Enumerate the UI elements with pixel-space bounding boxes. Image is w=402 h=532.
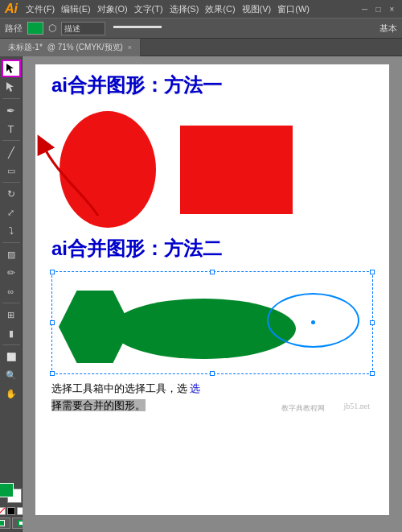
- handle-top-left: [50, 270, 55, 274]
- gradient-tool[interactable]: ▨: [2, 245, 21, 263]
- heading-2: ai合并图形：方法二: [51, 236, 373, 262]
- toolbox: ✒ T ╱ ▭ ↻ ⤢ ⤵ ▨ ✏ ∞ ⊞ ▮ ⬜ 🔍 ✋: [0, 56, 23, 532]
- menu-effect[interactable]: 效果(C): [205, 3, 235, 15]
- bottom-text-line1: 选择工具箱中的选择工具，选: [51, 382, 187, 394]
- menu-bar[interactable]: 文件(F) 编辑(E) 对象(O) 文字(T) 选择(S) 效果(C) 视图(V…: [26, 3, 310, 15]
- mini-color-swatches: [0, 507, 25, 515]
- red-ellipse: [59, 111, 156, 228]
- rotate-tool[interactable]: ↻: [2, 185, 21, 203]
- svg-marker-0: [6, 64, 14, 73]
- tool-separator-5: [2, 303, 20, 303]
- main-area: ✒ T ╱ ▭ ↻ ⤢ ⤵ ▨ ✏ ∞ ⊞ ▮ ⬜ 🔍 ✋: [0, 56, 402, 532]
- color-swatch[interactable]: [27, 22, 43, 35]
- menu-text[interactable]: 文字(T): [134, 3, 163, 15]
- document-tab[interactable]: 未标题-1* @ 71% (CMYK/预览) ×: [0, 39, 141, 56]
- pen-tool[interactable]: ✒: [2, 101, 21, 119]
- menu-object[interactable]: 对象(O): [97, 3, 128, 15]
- tab-close-button[interactable]: ×: [128, 43, 132, 52]
- title-bar: Ai 文件(F) 编辑(E) 对象(O) 文字(T) 选择(S) 效果(C) 视…: [0, 0, 402, 18]
- eyedropper-tool[interactable]: ✏: [2, 264, 21, 282]
- close-button[interactable]: ×: [387, 4, 397, 14]
- heading-1: ai合并图形：方法一: [51, 72, 373, 98]
- line-tool[interactable]: ╱: [2, 143, 21, 161]
- tool-separator-3: [2, 182, 20, 183]
- none-swatch[interactable]: [0, 507, 6, 515]
- handle-middle-left: [50, 320, 55, 325]
- menu-view[interactable]: 视图(V): [242, 3, 272, 15]
- menu-window[interactable]: 窗口(W): [277, 3, 310, 15]
- bottom-text-blue: 选: [190, 382, 200, 394]
- fill-mode-btn[interactable]: [0, 518, 10, 529]
- handle-top-middle: [210, 270, 215, 274]
- select-tool[interactable]: [2, 60, 21, 77]
- window-controls[interactable]: ─ □ ×: [359, 4, 397, 14]
- rectangle-tool[interactable]: ▭: [2, 162, 21, 179]
- bottom-text-area: 选择工具箱中的选择工具，选 选 择需要合并的图形。 jb51.net 教字典教程…: [51, 381, 373, 414]
- bottom-text-highlight: 择需要合并的图形。: [51, 399, 146, 411]
- svg-marker-1: [6, 82, 14, 92]
- stroke-dropdown[interactable]: 描述: [61, 22, 105, 35]
- handle-middle-right: [370, 320, 375, 325]
- tool-separator-2: [2, 140, 20, 141]
- maximize-button[interactable]: □: [373, 4, 384, 14]
- handle-bottom-right: [370, 371, 375, 376]
- anchor-icon[interactable]: ⬡: [48, 23, 56, 34]
- basic-label: 基本: [379, 23, 397, 35]
- zoom-tool[interactable]: 🔍: [2, 366, 21, 384]
- warp-tool[interactable]: ⤵: [2, 222, 21, 240]
- tab-info: @ 71% (CMYK/预览): [47, 42, 123, 53]
- handle-bottom-left: [50, 371, 55, 376]
- minimize-button[interactable]: ─: [359, 4, 370, 14]
- options-bar: 路径 ⬡ 描述 基本: [0, 18, 402, 39]
- symbol-tool[interactable]: ⊞: [2, 306, 21, 324]
- tool-separator-4: [2, 242, 20, 243]
- graph-tool[interactable]: ▮: [2, 324, 21, 342]
- app-logo: Ai: [5, 2, 18, 16]
- stroke-line: [113, 26, 162, 31]
- red-rectangle: [180, 126, 293, 214]
- path-label: 路径: [5, 23, 23, 35]
- green-hexagon: [59, 291, 131, 363]
- green-blob: [111, 299, 296, 359]
- tool-separator-1: [2, 98, 20, 99]
- tool-separator-6: [2, 344, 20, 345]
- foreground-color-swatch[interactable]: [0, 483, 14, 497]
- watermark-text: jb51.net: [344, 400, 371, 413]
- swatch-area[interactable]: [2, 480, 21, 503]
- shapes-row-1: [51, 111, 373, 228]
- handle-bottom-middle: [210, 371, 215, 376]
- canvas-area: ai合并图形：方法一 ai合并图形：方法二: [23, 56, 402, 532]
- text-tool[interactable]: T: [2, 120, 21, 138]
- menu-file[interactable]: 文件(F): [26, 3, 55, 15]
- ellipse-center-dot: [311, 320, 315, 324]
- hand-tool[interactable]: ✋: [2, 385, 21, 402]
- site-label: 教字典教程网: [281, 402, 325, 414]
- scale-tool[interactable]: ⤢: [2, 204, 21, 221]
- menu-edit[interactable]: 编辑(E): [61, 3, 91, 15]
- blend-tool[interactable]: ∞: [2, 282, 21, 300]
- white-canvas: ai合并图形：方法一 ai合并图形：方法二: [35, 64, 389, 515]
- tab-bar: 未标题-1* @ 71% (CMYK/预览) ×: [0, 39, 402, 56]
- black-swatch[interactable]: [7, 507, 15, 515]
- artboard-tool[interactable]: ⬜: [2, 348, 21, 365]
- handle-top-right: [370, 270, 375, 274]
- shapes-row-2: [59, 278, 366, 367]
- selection-box: [51, 271, 373, 374]
- tab-title: 未标题-1*: [8, 42, 43, 53]
- menu-select[interactable]: 选择(S): [170, 3, 199, 15]
- direct-select-tool[interactable]: [2, 78, 21, 96]
